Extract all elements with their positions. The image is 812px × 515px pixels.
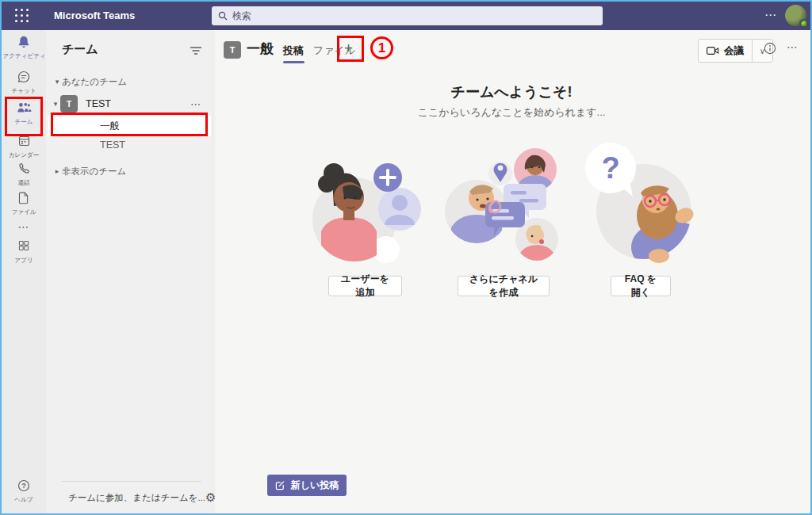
phone-icon bbox=[2, 162, 46, 177]
rail-item-label: アクティビティ bbox=[2, 52, 44, 59]
channel-more-icon[interactable]: ⋯ bbox=[787, 40, 799, 53]
chat-icon bbox=[2, 70, 46, 86]
open-faq-button[interactable]: FAQ を開く bbox=[611, 276, 671, 296]
active-tab-indicator bbox=[283, 61, 304, 63]
rail-item-teams[interactable]: チーム bbox=[2, 101, 46, 126]
help-icon: ? bbox=[2, 479, 46, 494]
welcome-illustration-faq: ? bbox=[580, 136, 699, 271]
rail-item-label: チーム bbox=[2, 117, 44, 125]
rail-item-label: アプリ bbox=[2, 256, 44, 264]
new-post-button[interactable]: 新しい投稿 bbox=[267, 475, 347, 496]
camera-icon bbox=[707, 46, 719, 55]
chevron-down-icon: ▾ bbox=[51, 100, 60, 108]
channel-team-avatar: T bbox=[224, 41, 241, 59]
meet-button-label: 会議 bbox=[724, 44, 744, 58]
rail-item-label: チャット bbox=[2, 86, 44, 94]
rail-item-activity[interactable]: アクティビティ bbox=[2, 35, 46, 60]
gear-icon[interactable]: ⚙ bbox=[205, 490, 216, 505]
hidden-teams-label: 非表示のチーム bbox=[62, 166, 126, 177]
channel-item-test[interactable]: TEST bbox=[48, 136, 211, 154]
rail-item-more[interactable]: ⋯ bbox=[2, 219, 46, 235]
channel-view: T 一般 投稿 ファイル + 会議 ∨ ⋯ チームへようこそ! ここからいろんな… bbox=[213, 30, 810, 513]
annotation-step-number: 1 bbox=[378, 40, 385, 56]
rail-item-label: カレンダー bbox=[2, 151, 44, 158]
team-more-icon[interactable]: ⋯ bbox=[190, 98, 201, 110]
welcome-title: チームへようこそ! bbox=[213, 82, 810, 101]
welcome-subtitle: ここからいろんなことを始められます... bbox=[213, 105, 810, 120]
rail-item-apps[interactable]: アプリ bbox=[2, 239, 46, 265]
compose-icon bbox=[275, 480, 285, 490]
svg-text:?: ? bbox=[21, 482, 25, 490]
meet-now-button[interactable]: 会議 bbox=[699, 40, 752, 62]
titlebar-more-icon[interactable]: ⋯ bbox=[764, 8, 777, 22]
profile-avatar[interactable]: ✓ bbox=[785, 5, 806, 26]
status-available-badge: ✓ bbox=[799, 19, 808, 28]
rail-item-calls[interactable]: 通話 bbox=[2, 162, 46, 187]
team-avatar: T bbox=[60, 95, 78, 113]
search-box[interactable] bbox=[212, 6, 603, 25]
rail-item-label: 通話 bbox=[2, 178, 44, 186]
annotation-step-1: 1 bbox=[370, 36, 393, 59]
new-post-label: 新しい投稿 bbox=[291, 479, 339, 492]
add-tab-button[interactable]: + bbox=[344, 40, 353, 57]
tab-posts[interactable]: 投稿 bbox=[283, 44, 304, 58]
your-teams-section[interactable]: ▾ あなたのチーム bbox=[46, 75, 213, 88]
apps-icon bbox=[2, 239, 46, 255]
teams-icon bbox=[2, 101, 46, 116]
app-rail: アクティビティ チャット チーム カレンダー 通話 bbox=[2, 30, 46, 513]
create-channels-button[interactable]: さらにチャネルを作成 bbox=[458, 276, 550, 296]
chevron-right-icon: ▸ bbox=[52, 167, 62, 175]
search-input[interactable] bbox=[232, 10, 596, 21]
channel-info-icon[interactable] bbox=[764, 42, 776, 58]
channel-title: 一般 bbox=[247, 40, 274, 58]
svg-text:?: ? bbox=[601, 151, 619, 185]
welcome-illustration-create-channels bbox=[443, 136, 562, 271]
add-users-button[interactable]: ユーザーを追加 bbox=[328, 276, 402, 296]
app-launcher-icon[interactable] bbox=[15, 9, 29, 23]
sidebar-footer-divider bbox=[62, 481, 201, 482]
app-title: Microsoft Teams bbox=[54, 10, 135, 21]
rail-item-chat[interactable]: チャット bbox=[2, 70, 46, 95]
join-team-link[interactable]: チームに参加、またはチームを... bbox=[68, 492, 205, 504]
channel-name: 一般 bbox=[100, 120, 120, 133]
search-icon bbox=[218, 11, 228, 21]
calendar-icon bbox=[2, 134, 46, 150]
your-teams-label: あなたのチーム bbox=[62, 76, 127, 88]
rail-item-calendar[interactable]: カレンダー bbox=[2, 134, 46, 159]
rail-item-label: ヘルプ bbox=[2, 495, 44, 503]
hidden-teams-section[interactable]: ▸ 非表示のチーム bbox=[46, 165, 213, 177]
more-icon: ⋯ bbox=[2, 219, 46, 235]
team-name: TEST bbox=[86, 98, 111, 109]
channel-item-general[interactable]: 一般 bbox=[48, 116, 211, 136]
rail-item-label: ファイル bbox=[2, 208, 44, 216]
welcome-illustration-add-user bbox=[305, 136, 424, 271]
rail-item-files[interactable]: ファイル bbox=[2, 191, 46, 216]
file-icon bbox=[2, 191, 46, 207]
filter-icon[interactable] bbox=[190, 44, 201, 59]
teams-sidebar: チーム ▾ あなたのチーム ▾ T TEST ⋯ 一般 TEST ▸ 非表示のチ… bbox=[46, 30, 213, 513]
chevron-down-icon: ▾ bbox=[52, 78, 62, 86]
meet-split-button: 会議 ∨ bbox=[698, 39, 773, 63]
bell-icon bbox=[2, 35, 46, 51]
sidebar-footer: チームに参加、またはチームを... ⚙ bbox=[46, 486, 213, 509]
team-row-test[interactable]: ▾ T TEST ⋯ bbox=[46, 93, 213, 114]
teams-window: Microsoft Teams ⋯ ✓ アクティビティ チャット bbox=[0, 0, 812, 515]
sidebar-title: チーム bbox=[62, 42, 98, 57]
title-bar: Microsoft Teams ⋯ ✓ bbox=[2, 2, 810, 30]
channel-name: TEST bbox=[100, 139, 125, 151]
rail-item-help[interactable]: ? ヘルプ bbox=[2, 479, 46, 504]
